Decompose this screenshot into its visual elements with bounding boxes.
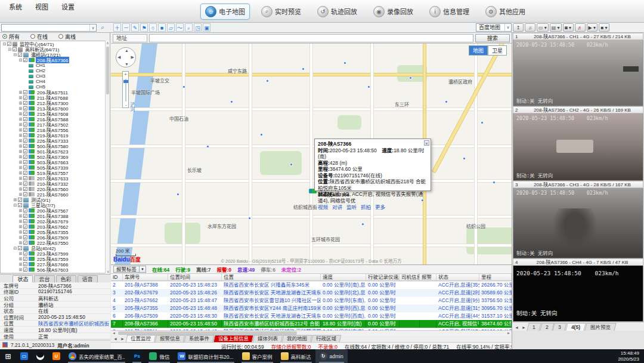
expand-icon[interactable]: ⊟	[13, 246, 17, 250]
taskbar-item-laptop[interactable]: ▭	[16, 349, 32, 363]
video-page-tab-2[interactable]: 2	[540, 323, 554, 331]
address-search-button[interactable]: 搜索	[475, 34, 510, 42]
poi-marker-icon[interactable]	[302, 67, 305, 70]
grid-tab-系统事件[interactable]: 系统事件	[184, 335, 215, 342]
tree-item[interactable]: ⊟✓208-陕AS7366	[1, 57, 110, 63]
expand-icon[interactable]: ⊞	[18, 192, 23, 196]
checkbox-icon[interactable]: ✓	[23, 139, 27, 143]
expand-icon[interactable]: ⊞	[18, 214, 23, 218]
video-page-tab-1[interactable]: 1	[527, 323, 541, 331]
nav-button-其他应用[interactable]: ⚙其他应用	[481, 4, 530, 20]
poi-marker-icon[interactable]	[361, 223, 364, 226]
tree-item[interactable]: CH2	[1, 68, 110, 73]
nav-button-轨迹回放[interactable]: ↺轨迹回放	[312, 4, 362, 20]
monitor-icon[interactable]: ▭ ▾	[537, 23, 549, 32]
record-icon[interactable]: ▤ ▾	[550, 23, 562, 32]
checkbox-icon[interactable]: ✓	[23, 101, 27, 105]
expand-icon[interactable]: ⊟	[8, 47, 12, 51]
radio-离线[interactable]: 离线	[58, 33, 76, 41]
expand-icon[interactable]: ⊞	[18, 165, 23, 170]
map-canvas[interactable]: 咸宁东路半坡立交半坡国际广场浐河中国石油长乐坡东三环灞桥区政府纺织城西街水岸东方…	[111, 44, 512, 264]
column-header-行驶记录仪速度[interactable]: 行驶记录仪速度	[366, 274, 400, 281]
expand-icon[interactable]: ⊞	[18, 267, 23, 272]
checkbox-icon[interactable]: ✓	[23, 58, 27, 62]
video-page-tab-4(5)[interactable]: 4(5)	[565, 323, 586, 331]
play-icon[interactable]: ▶ ▾	[587, 23, 597, 32]
zoom-out-icon[interactable]: －	[122, 23, 130, 32]
poi-marker-icon[interactable]	[367, 85, 370, 88]
checkbox-icon[interactable]: ✓	[23, 251, 27, 256]
save-view-icon[interactable]: ▣	[203, 23, 210, 32]
checkbox-icon[interactable]: ✓	[18, 246, 22, 250]
expand-icon[interactable]: ⊞	[18, 262, 23, 266]
expand-icon[interactable]: ⊞	[18, 144, 23, 148]
video-frame[interactable]: 2020-05-23 15:48:50 023km/h制动:关 无转向	[513, 40, 643, 106]
checkbox-icon[interactable]: ✓	[23, 187, 27, 191]
chevron-down-icon[interactable]: ∨	[89, 24, 96, 31]
expand-icon[interactable]: ⊞	[18, 133, 23, 137]
scroll-right-icon[interactable]: ►	[506, 331, 512, 336]
nav-button-实时预览[interactable]: ⌕实时预览	[256, 4, 306, 20]
menu-item-设置[interactable]: 设置	[56, 1, 80, 10]
table-row[interactable]: 4203-陕AS76622020-05-23 15:48:47陕西省西安市长安区…	[111, 297, 512, 304]
taskbar-item-photoshop[interactable]: Ps	[129, 349, 145, 363]
checkbox-icon[interactable]: ✓	[23, 155, 27, 159]
expand-icon[interactable]: ⊞	[18, 182, 23, 186]
poi-marker-icon[interactable]	[177, 193, 179, 196]
expand-icon[interactable]: ⊞	[18, 149, 23, 153]
tree-item[interactable]: ⊞✓221-陕AS7660	[1, 192, 110, 197]
expand-icon[interactable]: ⊞	[18, 235, 23, 239]
checkbox-icon[interactable]: ✓	[23, 214, 27, 218]
expand-icon[interactable]: ⊞	[18, 112, 23, 116]
checkbox-icon[interactable]: ✓	[23, 230, 27, 234]
map-zoom-slider[interactable]: +-	[122, 71, 129, 108]
checkbox-icon[interactable]: ✓	[23, 192, 27, 196]
poi-marker-icon[interactable]	[182, 85, 185, 88]
zoom-in-icon[interactable]: ＋	[113, 23, 121, 32]
column-header-状态[interactable]: 状态	[436, 274, 479, 281]
table-body[interactable]: 2201-陕AS73882020-05-23 15:48:23陕西省西安市长安区…	[111, 281, 512, 330]
expand-icon[interactable]: ⊟	[2, 42, 7, 46]
close-icon[interactable]: ✕	[424, 140, 429, 146]
video-frame[interactable]: 2020-05-23 15:48:50 023km/h制动:关 无转向	[513, 113, 643, 181]
chevron-down-icon[interactable]: ∨	[504, 24, 511, 31]
checkbox-icon[interactable]: ✓	[23, 171, 27, 175]
tabs-left-icon[interactable]: ◄	[112, 336, 119, 342]
alarm-tag-dropdown[interactable]: 报警标签▼	[113, 266, 146, 273]
grid-tab-设备上报信息[interactable]: 设备上报信息	[213, 335, 254, 342]
column-header-位置[interactable]: 位置	[222, 274, 321, 281]
tree-item[interactable]: CH4	[1, 79, 110, 84]
poi-marker-icon[interactable]	[266, 79, 269, 82]
checkbox-icon[interactable]: ✓	[23, 128, 27, 132]
marker-flag-icon[interactable]: ⚑	[140, 23, 148, 32]
expand-icon[interactable]: ⊞	[18, 208, 23, 213]
mute-speaker-icon[interactable]: ♬	[575, 23, 586, 32]
checkbox-icon[interactable]: ✓	[18, 198, 22, 202]
grid-tab-报警信息[interactable]: 报警信息	[155, 335, 185, 342]
taskbar-item-客户案例[interactable]: 客户案例	[238, 349, 277, 363]
poi-marker-icon[interactable]	[260, 133, 263, 136]
expand-icon[interactable]: ⊞	[18, 219, 23, 223]
expand-icon[interactable]: ⊞	[18, 96, 23, 100]
poi-marker-icon[interactable]	[248, 217, 251, 220]
expand-icon[interactable]: ⊞	[18, 171, 23, 175]
taskbar-item-丢失的搜索结果_百..[interactable]: 丢失的搜索结果_百..	[64, 349, 129, 363]
taskbar-item-qq[interactable]	[32, 349, 48, 363]
checkbox-icon[interactable]: ✓	[23, 219, 27, 223]
checkbox-icon[interactable]: ✓	[23, 112, 27, 116]
taskbar-item-uc[interactable]: U	[48, 349, 64, 363]
poi-marker-icon[interactable]	[230, 100, 233, 103]
tree-item[interactable]: CH3	[1, 73, 110, 79]
expand-icon[interactable]: ⊞	[18, 160, 23, 164]
expand-icon[interactable]: ⊞	[18, 251, 23, 256]
magnifier-icon[interactable]: ⌕	[185, 23, 193, 32]
map-type-卫星[interactable]: 卫星	[488, 45, 507, 56]
tree-item[interactable]: ⊞✓506-陕AS7603	[1, 267, 110, 272]
pan-right-icon[interactable]: ▶	[131, 55, 134, 60]
polygon-select-icon[interactable]: ▱	[167, 23, 175, 32]
address-input[interactable]	[149, 34, 473, 42]
checkbox-icon[interactable]: ✓	[23, 122, 27, 127]
tree-scrollbar[interactable]: ∧∨	[105, 41, 110, 273]
search-icon[interactable]: ⌕	[98, 24, 107, 32]
expand-icon[interactable]: ⊟	[13, 203, 17, 207]
